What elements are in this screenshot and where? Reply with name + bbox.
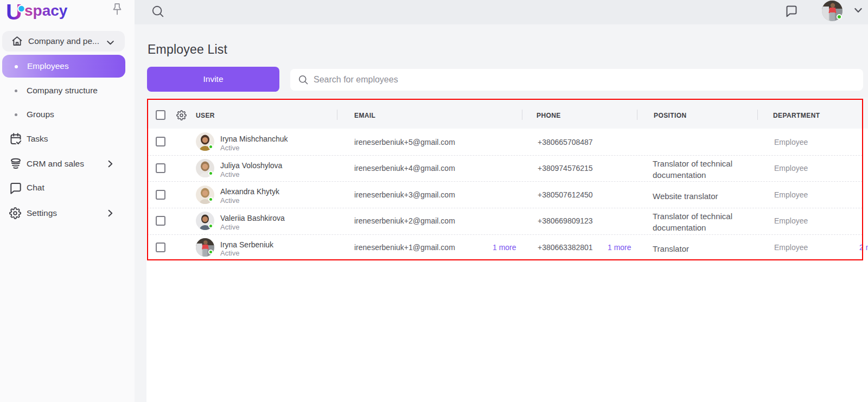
svg-text:spacy: spacy xyxy=(24,2,68,19)
svg-text:U: U xyxy=(7,2,22,24)
